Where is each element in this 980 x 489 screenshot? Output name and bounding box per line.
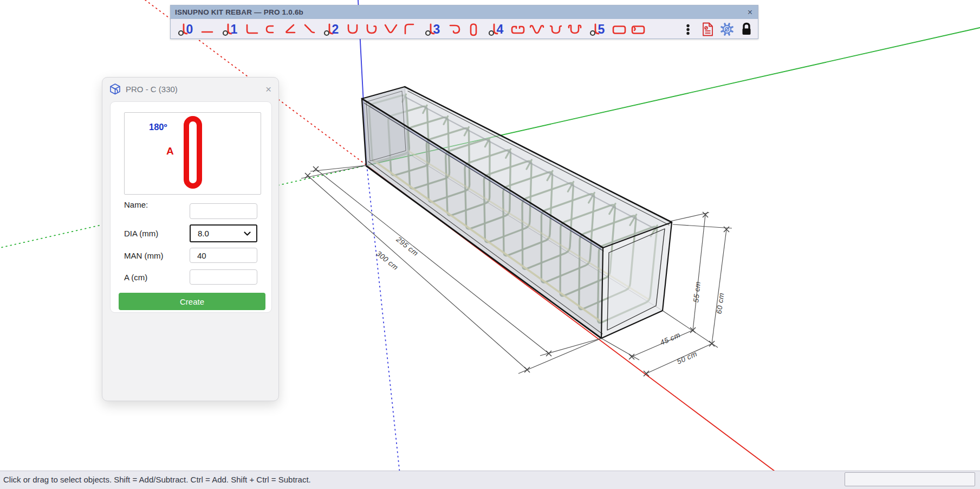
tool-rebar-group-3-marker-icon[interactable]: 3 bbox=[420, 20, 444, 38]
toolbar-title: ISNUPNO KIT REBAR — PRO 1.0.6b bbox=[175, 8, 747, 16]
dia-label: DIA (mm) bbox=[124, 229, 158, 238]
tool-rebar-group-4-marker-icon[interactable]: 4 bbox=[484, 20, 508, 38]
status-message: Click or drag to select objects. Shift =… bbox=[3, 471, 311, 488]
dim-label-60cm: 60 cm bbox=[715, 292, 726, 314]
tool-shape-c-bend-icon[interactable] bbox=[262, 20, 280, 38]
group-number-label: 4 bbox=[497, 23, 504, 36]
dim-label-45cm: 45 cm bbox=[659, 331, 682, 347]
toolbar-icon-row: 012345 bbox=[171, 19, 758, 40]
dia-select-value: 8.0 bbox=[198, 229, 244, 238]
plugin-logo-icon bbox=[109, 83, 121, 95]
dialog-close-icon[interactable]: × bbox=[265, 84, 271, 94]
group-number-label: 1 bbox=[231, 23, 238, 36]
toolbar-utilities bbox=[679, 20, 755, 38]
tool-rebar-group-1-marker-icon[interactable]: 1 bbox=[218, 20, 242, 38]
dim-label-295cm: 295 cm bbox=[394, 235, 420, 258]
name-label: Name: bbox=[124, 200, 148, 209]
dia-select[interactable]: 8.0 bbox=[190, 224, 257, 242]
settings-icon[interactable] bbox=[718, 20, 736, 38]
a-input[interactable] bbox=[190, 269, 257, 285]
dimension-a-label: A bbox=[166, 145, 174, 157]
report-icon[interactable] bbox=[699, 20, 716, 38]
name-input[interactable] bbox=[190, 203, 257, 219]
man-input[interactable] bbox=[190, 248, 257, 263]
tool-shape-l-bend-icon[interactable] bbox=[243, 20, 261, 38]
tool-shape-u-hooks-wide-icon[interactable] bbox=[566, 20, 583, 38]
rebar-shape-preview-icon bbox=[184, 116, 202, 189]
tool-shape-c-hook-icon[interactable] bbox=[446, 20, 463, 38]
chevron-down-icon bbox=[244, 231, 251, 236]
tool-shape-v-icon[interactable] bbox=[382, 20, 400, 38]
group-number-label: 5 bbox=[598, 23, 605, 36]
dialog-header[interactable]: PRO - C (330) × bbox=[102, 78, 278, 101]
create-button[interactable]: Create bbox=[119, 293, 265, 310]
shape-preview: 180º A bbox=[124, 112, 261, 195]
man-label: MAN (mm) bbox=[124, 251, 163, 260]
pro-c-dialog: PRO - C (330) × 180º A Name: DIA (mm) 8.… bbox=[102, 77, 279, 401]
tool-shape-rect-hook-icon[interactable] bbox=[629, 20, 647, 38]
lock-icon[interactable] bbox=[738, 20, 755, 38]
dim-label-50cm: 50 cm bbox=[676, 350, 698, 366]
status-bar: Click or drag to select objects. Shift =… bbox=[0, 471, 980, 489]
measurements-box[interactable] bbox=[845, 472, 975, 486]
tool-shape-u-icon[interactable] bbox=[345, 20, 362, 38]
dim-label-55cm: 55 cm bbox=[692, 281, 702, 303]
tool-shape-straight-bar-icon[interactable] bbox=[199, 20, 216, 38]
bend-angle-label: 180º bbox=[149, 122, 167, 132]
a-label: A (cm) bbox=[124, 273, 147, 282]
tool-shape-u-hook-icon[interactable] bbox=[364, 20, 381, 38]
dim-label-300cm: 300 cm bbox=[375, 249, 400, 272]
tool-shape-stirrup-open-icon[interactable] bbox=[509, 20, 527, 38]
toolbar-close-icon[interactable]: × bbox=[747, 8, 754, 17]
tool-rebar-group-2-marker-icon[interactable]: 2 bbox=[319, 20, 343, 38]
tool-rebar-group-5-marker-icon[interactable]: 5 bbox=[585, 20, 609, 38]
group-number-label: 0 bbox=[186, 23, 193, 36]
tool-shape-oval-icon[interactable] bbox=[465, 20, 482, 38]
tool-shape-u-hooks-icon[interactable] bbox=[547, 20, 564, 38]
dialog-title: PRO - C (330) bbox=[126, 85, 261, 94]
tool-shape-acute-bend-icon[interactable] bbox=[281, 20, 298, 38]
toolbar-titlebar[interactable]: ISNUPNO KIT REBAR — PRO 1.0.6b × bbox=[171, 5, 758, 19]
more-options-icon[interactable] bbox=[679, 20, 697, 38]
tool-rebar-group-0-marker-icon[interactable]: 0 bbox=[173, 20, 197, 38]
rebar-toolbar-window: ISNUPNO KIT REBAR — PRO 1.0.6b × 012345 bbox=[170, 5, 758, 39]
group-number-label: 2 bbox=[332, 23, 339, 36]
tool-shape-v-hooks-icon[interactable] bbox=[528, 20, 546, 38]
tool-shape-crank-icon[interactable] bbox=[401, 20, 419, 38]
tool-shape-rect-closed-icon[interactable] bbox=[611, 20, 628, 38]
tool-shape-diagonal-bend-icon[interactable] bbox=[300, 20, 317, 38]
group-number-label: 3 bbox=[433, 23, 440, 36]
dialog-card: 180º A Name: DIA (mm) 8.0 MAN (mm) A (cm… bbox=[110, 101, 272, 313]
